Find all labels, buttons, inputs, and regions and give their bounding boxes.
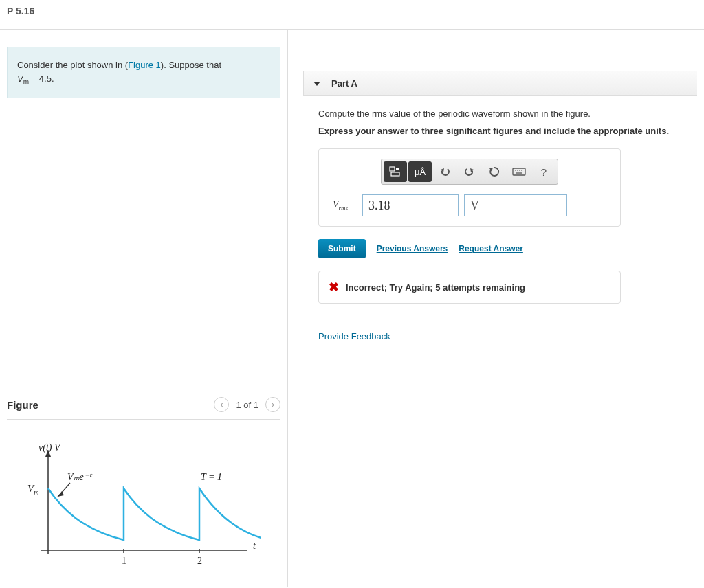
axis-x-label: t xyxy=(253,541,256,551)
axis-y-label: v(t) V xyxy=(38,442,61,453)
request-answer-link[interactable]: Request Answer xyxy=(459,244,523,253)
page-title: P 5.16 xyxy=(0,0,704,30)
problem-text-before: Consider the plot shown in ( xyxy=(17,60,128,70)
submit-row: Submit Previous Answers Request Answer xyxy=(318,239,682,258)
answer-panel: μÅ ? Vrms = xyxy=(318,148,621,227)
curve-formula-label: Vₘe⁻ᵗ xyxy=(67,472,93,482)
figure-next-button[interactable]: › xyxy=(265,397,280,412)
figure-page-indicator: 1 of 1 xyxy=(236,400,258,410)
left-column: Consider the plot shown in (Figure 1). S… xyxy=(0,30,287,587)
svg-text:Vm: Vm xyxy=(28,483,38,496)
vm-axis-sub: m xyxy=(34,488,38,496)
answer-value-input[interactable] xyxy=(362,194,459,216)
instruction-text: Compute the rms value of the periodic wa… xyxy=(318,109,682,119)
figure-pager: ‹ 1 of 1 › xyxy=(214,397,280,412)
svg-rect-8 xyxy=(391,172,399,176)
keyboard-button[interactable] xyxy=(507,161,531,182)
submit-button[interactable]: Submit xyxy=(318,239,366,258)
feedback-box: ✖ Incorrect; Try Again; 5 attempts remai… xyxy=(318,271,621,304)
x-tick-2: 2 xyxy=(197,556,202,566)
answer-row: Vrms = xyxy=(329,194,610,216)
redo-button[interactable] xyxy=(458,161,481,182)
svg-rect-7 xyxy=(390,167,395,171)
figure-header: Figure ‹ 1 of 1 › xyxy=(7,397,280,420)
figure-plot: v(t) V Vm Vₘe⁻ᵗ T = 1 1 2 xyxy=(7,440,280,580)
help-button[interactable]: ? xyxy=(532,161,556,182)
figure-title: Figure xyxy=(7,399,38,411)
problem-text-after: ). Suppose that xyxy=(161,60,221,70)
answer-unit-input[interactable] xyxy=(464,194,567,216)
svg-rect-13 xyxy=(513,168,525,175)
part-a-title: Part A xyxy=(331,78,358,89)
instruction-bold: Express your answer to three significant… xyxy=(318,126,682,136)
previous-answers-link[interactable]: Previous Answers xyxy=(377,244,448,253)
vm-equals: = 4.5. xyxy=(29,74,54,84)
x-tick-1: 1 xyxy=(122,556,126,566)
undo-button[interactable] xyxy=(433,161,456,182)
incorrect-x-icon: ✖ xyxy=(329,280,339,295)
figure-link[interactable]: Figure 1 xyxy=(128,60,161,70)
figure-prev-button[interactable]: ‹ xyxy=(214,397,229,412)
provide-feedback-link[interactable]: Provide Feedback xyxy=(318,331,682,341)
vm-subscript: m xyxy=(23,78,29,85)
units-tool-button[interactable]: μÅ xyxy=(408,161,432,182)
period-label: T = 1 xyxy=(201,472,222,482)
main-container: Consider the plot shown in (Figure 1). S… xyxy=(0,30,704,587)
right-column: Part A Compute the rms value of the peri… xyxy=(288,30,704,587)
svg-marker-4 xyxy=(58,491,64,497)
collapse-caret-icon xyxy=(314,82,320,86)
problem-statement: Consider the plot shown in (Figure 1). S… xyxy=(7,47,280,98)
answer-toolbar: μÅ ? xyxy=(381,159,558,185)
part-a-header[interactable]: Part A xyxy=(303,71,697,96)
vm-symbol: V xyxy=(17,74,23,84)
svg-rect-9 xyxy=(396,168,399,170)
figure-section: Figure ‹ 1 of 1 › v(t) V Vm xyxy=(7,397,280,580)
feedback-text: Incorrect; Try Again; 5 attempts remaini… xyxy=(346,282,525,293)
template-tool-button[interactable] xyxy=(384,161,407,182)
reset-button[interactable] xyxy=(483,161,506,182)
part-a-body: Compute the rms value of the periodic wa… xyxy=(303,96,697,354)
vrms-label: Vrms = xyxy=(333,199,357,212)
